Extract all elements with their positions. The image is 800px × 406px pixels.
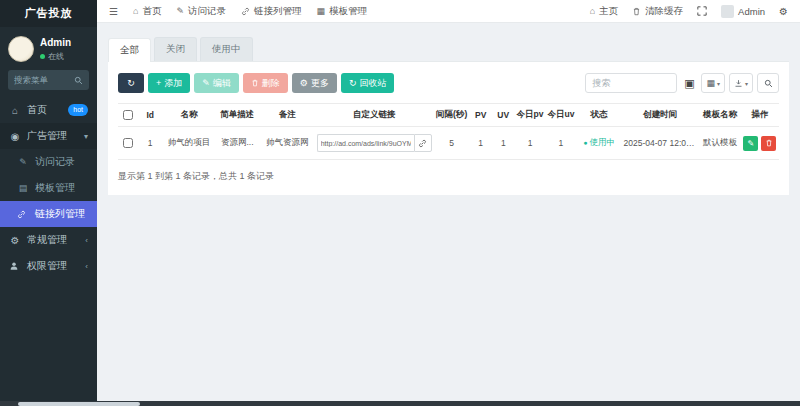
recycle-bin-button[interactable]: ↻ 回收站 — [341, 73, 395, 93]
navbar-right: ⌂ 主页 清除缓存 Admin ⚙ — [590, 5, 788, 18]
user-status-label: 在线 — [48, 51, 64, 62]
status-label: 使用中 — [589, 137, 615, 147]
sidebar-menu: ⌂ 首页 hot ◉ 广告管理 ▾ ✎ 访问记录 ▤ 模板管理 链接列管理 ⚙ — [0, 97, 97, 279]
table-search-input[interactable] — [585, 73, 677, 93]
cell-note: 帅气资源网 — [260, 127, 315, 160]
toggle-view-icon[interactable]: ▣ — [681, 73, 697, 93]
columns-icon: ▦ — [706, 78, 715, 88]
home-icon: ⌂ — [133, 6, 138, 16]
gear-icon: ⚙ — [300, 79, 308, 88]
row-checkbox[interactable] — [123, 138, 133, 148]
more-button[interactable]: ⚙ 更多 — [292, 73, 337, 93]
user-name: Admin — [40, 37, 71, 49]
gear-icon: ⚙ — [9, 235, 21, 246]
hamburger-icon[interactable]: ☰ — [109, 6, 118, 17]
navbar-tab-label: 首页 — [142, 5, 161, 18]
custom-link-group — [317, 134, 432, 152]
toolbar: ↻ + 添加 ✎ 编辑 删除 ⚙ 更多 — [118, 73, 779, 93]
sidebar-search-input[interactable] — [14, 75, 70, 85]
col-status: 状态 — [576, 104, 621, 127]
trash-icon — [251, 79, 259, 87]
top-navbar: ☰ ⌂ 首页 ✎ 访问记录 链接列管理 ▦ 模板管理 ⌂ 主页 清除 — [97, 0, 800, 23]
app-title: 广告投放 — [0, 0, 97, 27]
select-all-checkbox[interactable] — [123, 110, 133, 120]
export-icon — [734, 79, 743, 88]
gear-icon[interactable]: ⚙ — [779, 6, 788, 17]
sidebar-item-general-management[interactable]: ⚙ 常规管理 ‹ — [0, 227, 97, 253]
navbar-tab-label: 访问记录 — [188, 5, 226, 18]
cell-name: 帅气的项目 — [163, 127, 215, 160]
sidebar-item-label: 模板管理 — [35, 181, 75, 195]
user-menu[interactable]: Admin — [721, 5, 765, 18]
cell-pv: 1 — [469, 127, 492, 160]
add-button[interactable]: + 添加 — [148, 73, 190, 93]
chevron-left-icon: ‹ — [85, 236, 88, 245]
tab-closed[interactable]: 关闭 — [154, 37, 197, 61]
sidebar-item-label: 链接列管理 — [35, 207, 85, 221]
template-icon: ▤ — [17, 183, 29, 193]
avatar — [8, 36, 34, 62]
export-dropdown-button[interactable]: ▾ — [729, 73, 753, 93]
sidebar: 广告投放 Admin 在线 ⌂ 首页 hot ◉ 广告管理 ▾ ✎ — [0, 0, 97, 401]
delete-button[interactable]: 删除 — [243, 73, 288, 93]
sidebar-item-label: 首页 — [27, 103, 47, 117]
columns-dropdown-button[interactable]: ▦ ▾ — [701, 73, 725, 93]
ad-icon: ◉ — [9, 131, 21, 142]
sidebar-item-visit-records[interactable]: ✎ 访问记录 — [0, 149, 97, 175]
scrollbar-thumb[interactable] — [18, 402, 140, 406]
tab-in-use[interactable]: 使用中 — [200, 37, 253, 61]
add-label: 添加 — [164, 77, 182, 90]
horizontal-scrollbar[interactable] — [0, 401, 800, 406]
fullscreen-icon[interactable] — [697, 6, 707, 16]
search-icon[interactable] — [74, 76, 83, 85]
recycle-label: 回收站 — [359, 77, 386, 90]
row-delete-button[interactable] — [761, 136, 776, 151]
sidebar-item-label: 常规管理 — [27, 233, 67, 247]
sidebar-item-permission-management[interactable]: 权限管理 ‹ — [0, 253, 97, 279]
edit-button[interactable]: ✎ 编辑 — [194, 73, 239, 93]
record-summary: 显示第 1 到第 1 条记录，总共 1 条记录 — [118, 170, 779, 183]
pencil-icon: ✎ — [748, 139, 755, 148]
tab-all[interactable]: 全部 — [108, 38, 151, 62]
navbar-tab-link-management[interactable]: 链接列管理 — [241, 5, 302, 18]
col-custom-link: 自定义链接 — [315, 104, 434, 127]
home-icon: ⌂ — [590, 6, 595, 16]
user-panel: Admin 在线 — [0, 27, 97, 69]
table-row[interactable]: 1 帅气的项目 资源网... 帅气资源网 — [118, 127, 779, 160]
sidebar-item-label: 广告管理 — [27, 129, 67, 143]
users-icon — [9, 261, 21, 271]
navbar-tab-label: 链接列管理 — [254, 5, 302, 18]
col-today-uv: 今日uv — [546, 104, 577, 127]
cell-template: 默认模板 — [699, 127, 741, 160]
sidebar-item-template-management[interactable]: ▤ 模板管理 — [0, 175, 97, 201]
link-icon — [418, 139, 427, 148]
col-name: 名称 — [163, 104, 215, 127]
cell-desc: 资源网... — [215, 127, 260, 160]
copy-link-button[interactable] — [414, 134, 432, 152]
delete-label: 删除 — [262, 77, 280, 90]
trash-icon — [632, 7, 641, 16]
custom-link-input[interactable] — [317, 134, 414, 152]
sidebar-item-home[interactable]: ⌂ 首页 hot — [0, 97, 97, 123]
user-menu-label: Admin — [738, 6, 765, 17]
refresh-button[interactable]: ↻ — [118, 73, 144, 93]
navbar-tab-home[interactable]: ⌂ 首页 — [133, 5, 161, 18]
link-icon — [241, 7, 250, 16]
status-badge: ●使用中 — [576, 127, 621, 160]
search-button[interactable] — [757, 73, 779, 93]
sidebar-item-label: 权限管理 — [27, 259, 67, 273]
navbar-tab-visit-records[interactable]: ✎ 访问记录 — [176, 5, 226, 18]
navbar-tab-template-management[interactable]: ▦ 模板管理 — [316, 5, 367, 18]
home-page-link[interactable]: ⌂ 主页 — [590, 5, 618, 18]
col-note: 备注 — [260, 104, 315, 127]
col-today-pv: 今日pv — [515, 104, 546, 127]
col-template: 模板名称 — [699, 104, 741, 127]
status-dot-icon: ● — [583, 139, 587, 146]
cell-created: 2025-04-07 12:04:31 — [622, 127, 699, 160]
sidebar-item-ad-management[interactable]: ◉ 广告管理 ▾ — [0, 123, 97, 149]
sidebar-search — [8, 70, 89, 90]
row-edit-button[interactable]: ✎ — [743, 136, 758, 151]
pencil-icon: ✎ — [176, 6, 184, 16]
sidebar-item-link-management[interactable]: 链接列管理 — [0, 201, 97, 227]
clear-cache-link[interactable]: 清除缓存 — [632, 5, 683, 18]
